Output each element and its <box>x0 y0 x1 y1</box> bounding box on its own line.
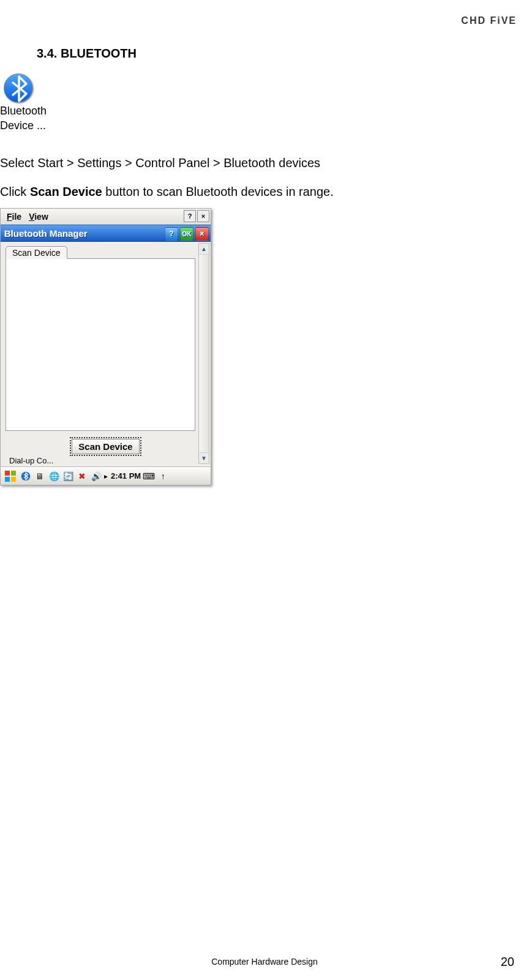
bluetooth-desktop-icon[interactable]: Bluetooth Device ... <box>0 73 47 132</box>
taskbar-sync-icon[interactable]: 🔄 <box>62 470 74 482</box>
scan-device-button-label: Scan Device <box>78 441 132 452</box>
menubar-help-icon[interactable]: ? <box>184 210 196 222</box>
page-number: 20 <box>501 955 514 969</box>
instruction-line-2-post: button to scan Bluetooth devices in rang… <box>102 185 334 198</box>
taskbar-bluetooth-icon[interactable] <box>20 470 32 482</box>
start-button-icon[interactable] <box>3 470 18 482</box>
section-heading: 3.4. BLUETOOTH <box>37 47 137 61</box>
svg-rect-2 <box>5 477 10 482</box>
ok-label: OK <box>182 231 192 238</box>
section-title-prefix: B <box>61 47 69 60</box>
instruction-line-2: Click Scan Device button to scan Bluetoo… <box>0 185 334 199</box>
bluetooth-icon-label-line1: Bluetooth <box>0 103 47 118</box>
svg-rect-3 <box>11 477 16 482</box>
wince-taskbar: 🖥 🌐 🔄 ✖ 🔊 ▸ 2:41 PM ⌨ ↑ <box>1 466 211 485</box>
wince-title: Bluetooth Manager <box>4 228 88 239</box>
help-icon: ? <box>169 230 173 238</box>
device-list-panel <box>6 258 195 431</box>
menubar-close-button[interactable]: × <box>197 210 209 222</box>
taskbar-sip-icon[interactable]: ⌨ <box>143 470 155 482</box>
bluetooth-icon-label-line2: Device ... <box>0 118 47 132</box>
taskbar-clock[interactable]: 2:41 PM <box>111 471 141 481</box>
tab-scan-device[interactable]: Scan Device <box>6 246 67 259</box>
instruction-line-2-pre: Click <box>0 185 30 198</box>
bluetooth-icon <box>4 73 33 103</box>
svg-rect-1 <box>11 471 16 476</box>
menu-view[interactable]: View <box>25 212 52 222</box>
page-footer: Computer Hardware Design <box>0 957 529 967</box>
scan-device-button[interactable]: Scan Device <box>70 437 141 456</box>
taskbar-network-icon[interactable]: 🌐 <box>48 470 60 482</box>
svg-rect-0 <box>5 471 10 476</box>
taskbar-arrow-up-icon[interactable]: ↑ <box>157 470 169 482</box>
wince-body: Scan Device Scan Device Dial-up Co... <box>1 242 211 465</box>
taskbar-warning-icon[interactable]: ✖ <box>76 470 88 482</box>
titlebar-ok-button[interactable]: OK <box>180 227 193 241</box>
taskbar-expand-icon[interactable]: ▸ <box>104 472 108 481</box>
instruction-line-2-bold: Scan Device <box>30 185 102 198</box>
menu-file[interactable]: File <box>3 212 25 222</box>
page-header-brand: CHD FiVE <box>461 15 517 26</box>
wince-screenshot: File View ? × Bluetooth Manager ? OK × S… <box>0 208 211 485</box>
section-number: 3.4. <box>37 47 57 60</box>
scroll-down-icon[interactable]: ▼ <box>199 452 209 463</box>
instruction-line-1: Select Start > Settings > Control Panel … <box>0 156 320 170</box>
titlebar-close-button[interactable]: × <box>195 227 209 241</box>
taskbar-monitor-icon[interactable]: 🖥 <box>34 470 46 482</box>
wince-menubar: File View ? × <box>1 209 211 225</box>
close-icon: × <box>201 212 205 220</box>
help-icon: ? <box>188 212 192 220</box>
titlebar-help-button[interactable]: ? <box>165 227 178 241</box>
vertical-scrollbar[interactable]: ▲ ▼ <box>198 243 209 464</box>
section-title-rest: LUETOOTH <box>69 47 137 60</box>
background-dialup-label: Dial-up Co... <box>6 456 206 465</box>
taskbar-volume-icon[interactable]: 🔊 <box>90 470 102 482</box>
wince-titlebar: Bluetooth Manager ? OK × <box>1 225 211 242</box>
close-icon: × <box>200 230 204 238</box>
scroll-up-icon[interactable]: ▲ <box>199 244 209 255</box>
